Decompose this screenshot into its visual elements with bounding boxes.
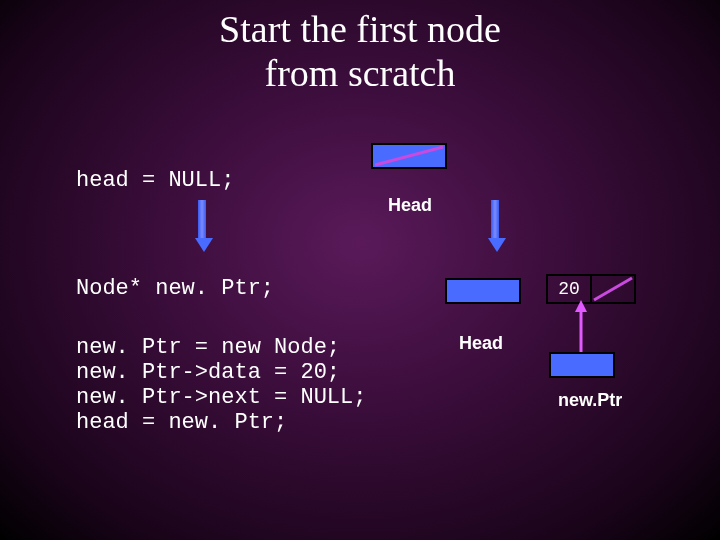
arrow-up-icon (573, 300, 589, 354)
svg-marker-3 (575, 300, 587, 312)
code-node-ptr-decl: Node* new. Ptr; (76, 276, 274, 301)
title-line2: from scratch (265, 52, 456, 94)
code-head-null: head = NULL; (76, 168, 234, 193)
title-line1: Start the first node (219, 8, 501, 50)
node-next-cell (590, 274, 636, 304)
arrow-down-left (195, 200, 209, 252)
head-box-null (371, 143, 447, 169)
code-build-node: new. Ptr = new Node; new. Ptr->data = 20… (76, 335, 366, 435)
slide-title: Start the first node from scratch (0, 8, 720, 95)
svg-line-1 (594, 278, 632, 300)
arrow-down-right (488, 200, 502, 252)
head-label-1: Head (388, 195, 432, 216)
head-box-2 (445, 278, 521, 304)
newptr-label: new.Ptr (558, 390, 622, 411)
node-value: 20 (558, 279, 580, 299)
head-label-2: Head (459, 333, 503, 354)
svg-line-0 (375, 147, 443, 165)
newptr-box (549, 352, 615, 378)
